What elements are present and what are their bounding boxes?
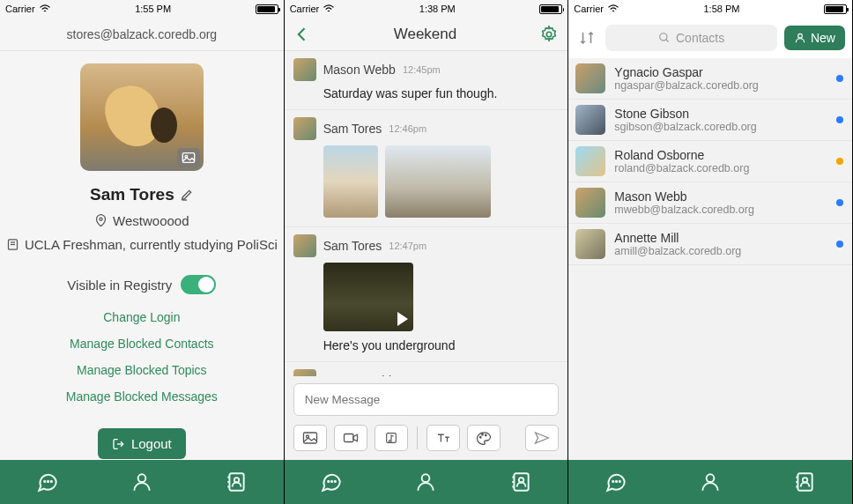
contacts-panel: Carrier 1:58 PM Contacts New Ygnacio Gas…: [568, 0, 853, 504]
message-body: Here's you underground: [323, 338, 560, 352]
visible-registry-toggle[interactable]: [181, 275, 216, 294]
chat-title: Weekend: [394, 26, 457, 43]
contact-row[interactable]: Annette Mill amill@balzack.coredb.org: [568, 224, 852, 265]
profile-content: Sam Tores Westwooood UCLA Freshman, curr…: [0, 51, 284, 460]
svg-marker-25: [536, 433, 549, 443]
contact-row[interactable]: Mason Webb mwebb@balzack.coredb.org: [568, 182, 852, 224]
edit-icon[interactable]: [180, 188, 194, 202]
clock-label: 1:58 PM: [703, 4, 739, 14]
message-sender: Sam Tores: [323, 122, 382, 136]
send-icon: [534, 431, 550, 445]
svg-point-37: [660, 33, 667, 41]
contacts-list[interactable]: Ygnacio Gaspar ngaspar@balzack.coredb.or…: [568, 58, 852, 460]
status-bar: Carrier 1:38 PM: [285, 0, 568, 18]
nav-profile-icon[interactable]: [413, 470, 438, 494]
message-image[interactable]: [323, 145, 378, 218]
new-contact-button[interactable]: New: [784, 26, 845, 50]
svg-marker-20: [353, 434, 358, 441]
bottom-nav: [285, 460, 568, 504]
blocked-messages-link[interactable]: Manage Blocked Messages: [66, 389, 218, 404]
person-icon: [794, 32, 806, 44]
blocked-contacts-link[interactable]: Manage Blocked Contacts: [70, 337, 213, 351]
contact-email: roland@balzack.coredb.org: [614, 162, 827, 174]
svg-point-9: [50, 481, 51, 482]
svg-point-28: [335, 481, 336, 482]
svg-point-39: [798, 33, 803, 38]
contact-name: Ygnacio Gaspar: [614, 65, 827, 79]
chat-message: Sam Tores 12:47pm Here's you underground: [285, 227, 568, 362]
contact-email: ngaspar@balzack.coredb.org: [614, 79, 827, 92]
contact-email: mwebb@balzack.coredb.org: [614, 204, 827, 216]
change-login-link[interactable]: Change Login: [103, 310, 180, 324]
svg-rect-17: [303, 433, 316, 443]
contact-row[interactable]: Stone Gibson sgibson@balzack.coredb.org: [568, 100, 852, 141]
sort-button[interactable]: [575, 26, 598, 49]
avatar: [575, 63, 605, 93]
svg-point-2: [100, 218, 102, 220]
format-text-button[interactable]: [426, 425, 460, 451]
avatar: [293, 58, 316, 81]
attach-image-button[interactable]: [293, 425, 327, 451]
change-photo-button[interactable]: [177, 148, 200, 167]
chat-panel: Carrier 1:38 PM Weekend Mason Webb 12:45…: [285, 0, 569, 504]
nav-profile-icon[interactable]: [130, 470, 154, 494]
back-icon[interactable]: [293, 26, 311, 43]
nav-contacts-icon[interactable]: [224, 470, 248, 494]
svg-point-29: [422, 474, 430, 482]
book-icon: [6, 238, 19, 251]
nav-chat-icon[interactable]: [604, 470, 628, 494]
svg-point-26: [328, 481, 329, 482]
nav-chat-icon[interactable]: [35, 470, 60, 494]
contact-name: Annette Mill: [614, 231, 827, 245]
battery-icon: [824, 4, 847, 14]
nav-profile-icon[interactable]: [698, 470, 723, 494]
chat-header: Weekend: [285, 18, 568, 51]
svg-point-22: [479, 437, 481, 439]
color-button[interactable]: [467, 425, 501, 451]
profile-location: Westwooood: [113, 213, 189, 228]
avatar: [575, 146, 605, 176]
message-video[interactable]: [323, 263, 413, 331]
svg-point-42: [619, 481, 620, 482]
status-dot: [836, 158, 843, 165]
message-image[interactable]: [385, 145, 491, 218]
contact-row[interactable]: Ygnacio Gaspar ngaspar@balzack.coredb.or…: [568, 58, 852, 100]
contact-row[interactable]: Roland Osborne roland@balzack.coredb.org: [568, 141, 852, 182]
nav-contacts-icon[interactable]: [508, 470, 533, 494]
avatar: [575, 105, 605, 135]
carrier-label: Carrier: [5, 4, 35, 14]
search-input[interactable]: Contacts: [605, 25, 777, 51]
status-dot: [836, 241, 843, 248]
attach-audio-button[interactable]: [375, 425, 408, 451]
svg-point-7: [44, 481, 45, 482]
nav-contacts-icon[interactable]: [792, 470, 817, 494]
message-time: 12:45pm: [403, 64, 441, 75]
gear-icon[interactable]: [539, 25, 559, 44]
logout-button[interactable]: Logout: [98, 428, 186, 459]
image-icon: [302, 431, 318, 445]
text-icon: [435, 432, 451, 444]
battery-icon: [256, 4, 278, 14]
palette-icon: [476, 431, 492, 445]
play-icon: [397, 312, 408, 326]
contacts-header: Contacts New: [568, 18, 852, 58]
send-button[interactable]: [525, 425, 559, 451]
chat-message: Mason Webb 12:48pm awesome! thanks: [285, 362, 568, 376]
contact-email: sgibson@balzack.coredb.org: [614, 121, 827, 133]
chat-messages[interactable]: Mason Webb 12:45pm Saturday was super fu…: [285, 51, 568, 376]
attach-video-button[interactable]: [334, 425, 367, 451]
message-body: Saturday was super fun though.: [323, 86, 560, 100]
profile-name: Sam Tores: [90, 185, 174, 204]
svg-point-23: [481, 434, 483, 436]
battery-icon: [539, 4, 562, 14]
message-sender: Mason Webb: [323, 63, 396, 77]
nav-chat-icon[interactable]: [319, 470, 344, 494]
svg-rect-19: [344, 434, 353, 442]
blocked-topics-link[interactable]: Manage Blocked Topics: [77, 363, 207, 377]
svg-line-38: [666, 40, 669, 42]
wifi-icon: [607, 4, 619, 13]
message-input[interactable]: [293, 383, 560, 416]
logout-icon: [112, 437, 126, 451]
message-time: 12:47pm: [389, 241, 426, 251]
image-icon: [182, 152, 196, 164]
